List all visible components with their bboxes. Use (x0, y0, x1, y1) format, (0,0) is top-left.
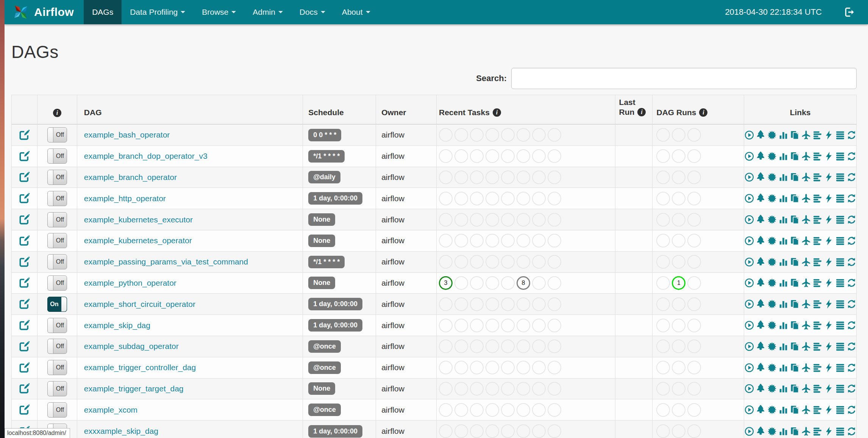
task-state-circle[interactable] (548, 319, 561, 332)
sign-out-icon[interactable] (844, 6, 855, 18)
dag-pause-toggle[interactable]: Off (47, 360, 67, 375)
tree-view-icon[interactable] (756, 172, 765, 182)
task-duration-icon[interactable] (779, 194, 788, 203)
task-state-circle[interactable] (656, 192, 670, 205)
gantt-view-icon[interactable] (813, 130, 822, 140)
dag-link[interactable]: example_short_circuit_operator (84, 300, 195, 309)
task-state-circle[interactable] (501, 255, 515, 269)
task-tries-icon[interactable] (790, 405, 799, 415)
task-duration-icon[interactable] (779, 384, 788, 393)
task-tries-icon[interactable] (790, 152, 799, 161)
schedule-badge[interactable]: @once (308, 361, 341, 374)
task-state-circle[interactable]: 8 (517, 276, 530, 290)
nav-docs[interactable]: Docs (291, 0, 334, 24)
task-state-circle[interactable] (439, 382, 453, 396)
gantt-view-icon[interactable] (813, 172, 822, 182)
dag-link[interactable]: example_passing_params_via_test_command (84, 257, 248, 266)
task-tries-icon[interactable] (790, 342, 799, 351)
trigger-dag-icon[interactable] (745, 384, 754, 393)
task-state-circle[interactable] (517, 297, 530, 311)
gantt-view-icon[interactable] (813, 236, 822, 246)
dag-link[interactable]: exxxample_skip_dag (84, 427, 158, 436)
trigger-dag-icon[interactable] (745, 299, 754, 309)
task-state-circle[interactable] (548, 297, 561, 311)
task-state-circle[interactable] (548, 361, 561, 374)
task-tries-icon[interactable] (790, 384, 799, 393)
logs-icon[interactable] (835, 363, 845, 372)
info-icon[interactable]: i (493, 108, 501, 117)
task-state-circle[interactable]: 1 (672, 276, 685, 290)
logs-icon[interactable] (835, 152, 845, 161)
gantt-view-icon[interactable] (813, 405, 822, 415)
task-state-circle[interactable] (454, 319, 468, 332)
graph-view-icon[interactable] (767, 299, 777, 309)
header-dag[interactable]: DAG (77, 95, 303, 124)
schedule-badge[interactable]: 1 day, 0:00:00 (308, 298, 362, 310)
trigger-dag-icon[interactable] (745, 152, 754, 161)
dag-link[interactable]: example_trigger_controller_dag (84, 363, 196, 372)
schedule-badge[interactable]: None (308, 235, 335, 247)
refresh-icon[interactable] (847, 278, 856, 288)
task-state-circle[interactable] (517, 382, 530, 396)
task-state-circle[interactable] (672, 403, 685, 417)
task-state-circle[interactable] (687, 424, 701, 438)
task-state-circle[interactable] (532, 149, 546, 163)
task-state-circle[interactable] (486, 319, 499, 332)
landing-times-icon[interactable] (801, 384, 811, 393)
trigger-dag-icon[interactable] (745, 257, 754, 267)
refresh-icon[interactable] (847, 363, 856, 372)
task-state-circle[interactable] (517, 171, 530, 184)
task-state-circle[interactable] (454, 192, 468, 205)
task-state-circle[interactable] (656, 128, 670, 142)
code-view-icon[interactable] (824, 215, 834, 224)
task-state-circle[interactable] (486, 192, 499, 205)
task-state-circle[interactable] (439, 149, 453, 163)
task-tries-icon[interactable] (790, 427, 799, 436)
task-state-circle[interactable] (517, 213, 530, 227)
nav-dags[interactable]: DAGs (84, 0, 122, 24)
task-state-circle[interactable] (501, 234, 515, 247)
gantt-view-icon[interactable] (813, 194, 822, 203)
task-state-circle[interactable] (548, 128, 561, 142)
task-state-circle[interactable] (517, 192, 530, 205)
info-icon[interactable]: i (637, 108, 646, 116)
task-state-circle[interactable] (454, 171, 468, 184)
edit-dag-icon[interactable] (19, 362, 30, 373)
task-state-circle[interactable] (517, 234, 530, 247)
refresh-icon[interactable] (847, 257, 856, 267)
task-duration-icon[interactable] (779, 172, 788, 182)
task-state-circle[interactable] (532, 424, 546, 438)
task-duration-icon[interactable] (779, 321, 788, 330)
task-state-circle[interactable] (454, 149, 468, 163)
gantt-view-icon[interactable] (813, 384, 822, 393)
task-state-circle[interactable] (501, 403, 515, 417)
trigger-dag-icon[interactable] (745, 215, 754, 224)
task-state-circle[interactable] (672, 255, 685, 269)
task-tries-icon[interactable] (790, 363, 799, 372)
task-state-circle[interactable] (439, 128, 453, 142)
code-view-icon[interactable] (824, 257, 834, 267)
schedule-badge[interactable]: 1 day, 0:00:00 (308, 425, 362, 438)
code-view-icon[interactable] (824, 363, 834, 372)
graph-view-icon[interactable] (767, 363, 777, 372)
task-state-circle[interactable] (687, 192, 701, 205)
schedule-badge[interactable]: None (308, 382, 335, 395)
task-state-circle[interactable] (439, 297, 453, 311)
task-state-circle[interactable] (687, 339, 701, 353)
task-duration-icon[interactable] (779, 257, 788, 267)
dag-link[interactable]: example_xcom (84, 405, 137, 415)
task-state-circle[interactable] (486, 361, 499, 374)
task-state-circle[interactable] (470, 128, 484, 142)
dag-pause-toggle[interactable]: Off (47, 212, 67, 227)
task-duration-icon[interactable] (779, 278, 788, 288)
task-state-circle[interactable] (517, 403, 530, 417)
task-state-circle[interactable] (454, 403, 468, 417)
task-state-circle[interactable] (439, 339, 453, 353)
nav-admin[interactable]: Admin (244, 0, 291, 24)
task-state-circle[interactable] (439, 319, 453, 332)
logs-icon[interactable] (835, 405, 845, 415)
task-state-circle[interactable] (548, 234, 561, 247)
task-state-circle[interactable] (656, 339, 670, 353)
task-state-circle[interactable] (548, 403, 561, 417)
dag-link[interactable]: example_branch_dop_operator_v3 (84, 152, 208, 161)
